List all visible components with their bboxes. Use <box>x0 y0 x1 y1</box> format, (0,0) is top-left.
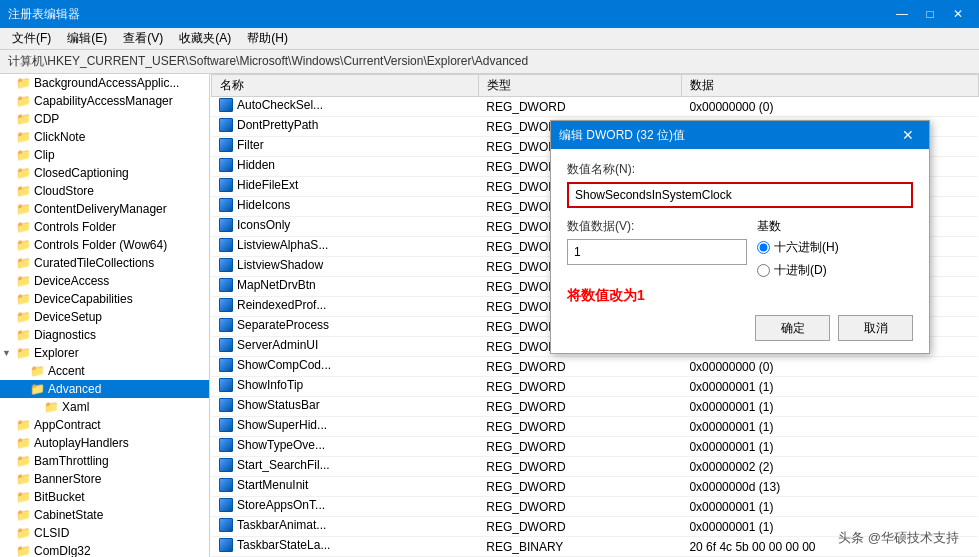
reg-icon-img <box>219 98 233 112</box>
tree-item-bitbucket[interactable]: 📁 BitBucket <box>0 488 209 506</box>
tree-item-clip[interactable]: 📁 Clip <box>0 146 209 164</box>
reg-icon-img <box>219 198 233 212</box>
dec-radio-text: 十进制(D) <box>774 262 827 279</box>
reg-icon-img <box>219 398 233 412</box>
table-row[interactable]: ShowSuperHid... REG_DWORD 0x00000001 (1) <box>211 417 978 437</box>
tree-label: BamThrottling <box>34 454 109 468</box>
reg-name-cell: StartMenuInit <box>211 477 478 497</box>
name-input[interactable] <box>567 182 913 208</box>
reg-entry-icon: IconsOnly <box>219 218 290 232</box>
table-row[interactable]: ShowTypeOve... REG_DWORD 0x00000001 (1) <box>211 437 978 457</box>
reg-entry-icon: ReindexedProf... <box>219 298 326 312</box>
tree-item-cabinetstate[interactable]: 📁 CabinetState <box>0 506 209 524</box>
menu-edit[interactable]: 编辑(E) <box>59 28 115 49</box>
tree-item-comdlg32[interactable]: 📁 ComDlg32 <box>0 542 209 557</box>
folder-icon: 📁 <box>16 274 31 288</box>
hex-radio[interactable] <box>757 241 770 254</box>
tree-item-deviceaccess[interactable]: 📁 DeviceAccess <box>0 272 209 290</box>
reg-name-cell: Hidden <box>211 157 478 177</box>
tree-label: BackgroundAccessApplic... <box>34 76 179 90</box>
dialog-title-text: 编辑 DWORD (32 位)值 <box>559 127 685 144</box>
close-button[interactable]: ✕ <box>945 4 971 24</box>
tree-item-capabilityaccessmanager[interactable]: 📁 CapabilityAccessManager <box>0 92 209 110</box>
folder-icon: 📁 <box>16 256 31 270</box>
folder-icon: 📁 <box>16 544 31 557</box>
tree-label: ClosedCaptioning <box>34 166 129 180</box>
table-row[interactable]: ShowStatusBar REG_DWORD 0x00000001 (1) <box>211 397 978 417</box>
edit-dword-dialog[interactable]: 编辑 DWORD (32 位)值 ✕ 数值名称(N): 数值数据(V): 基数 … <box>550 120 930 354</box>
tree-item-contentdeliverymanager[interactable]: 📁 ContentDeliveryManager <box>0 200 209 218</box>
tree-item-xaml[interactable]: 📁 Xaml <box>0 398 209 416</box>
address-text: 计算机\HKEY_CURRENT_USER\Software\Microsoft… <box>8 53 528 70</box>
col-header-type: 类型 <box>478 75 681 97</box>
tree-item-controls-folder-wow64[interactable]: 📁 Controls Folder (Wow64) <box>0 236 209 254</box>
table-row[interactable]: AutoCheckSel... REG_DWORD 0x00000000 (0) <box>211 97 978 117</box>
dec-radio-label[interactable]: 十进制(D) <box>757 262 839 279</box>
dialog-close-button[interactable]: ✕ <box>895 125 921 145</box>
cancel-button[interactable]: 取消 <box>838 315 913 341</box>
ok-button[interactable]: 确定 <box>755 315 830 341</box>
reg-name-cell: Filter <box>211 137 478 157</box>
address-bar: 计算机\HKEY_CURRENT_USER\Software\Microsoft… <box>0 50 979 74</box>
folder-icon: 📁 <box>16 310 31 324</box>
menu-favorites[interactable]: 收藏夹(A) <box>171 28 239 49</box>
tree-label: Clip <box>34 148 55 162</box>
tree-item-accent[interactable]: 📁 Accent <box>0 362 209 380</box>
dec-radio[interactable] <box>757 264 770 277</box>
reg-icon-img <box>219 178 233 192</box>
tree-item-clsid[interactable]: 📁 CLSID <box>0 524 209 542</box>
value-input[interactable] <box>567 239 747 265</box>
reg-data-cell: 0x00000002 (2) <box>681 457 978 477</box>
hex-radio-label[interactable]: 十六进制(H) <box>757 239 839 256</box>
tree-item-clicknote[interactable]: 📁 ClickNote <box>0 128 209 146</box>
tree-item-bannerstore[interactable]: 📁 BannerStore <box>0 470 209 488</box>
reg-type-cell: REG_DWORD <box>478 477 681 497</box>
reg-name-cell: HideIcons <box>211 197 478 217</box>
tree-item-appcontract[interactable]: 📁 AppContract <box>0 416 209 434</box>
tree-item-cloudstore[interactable]: 📁 CloudStore <box>0 182 209 200</box>
tree-item-closedcaptioning[interactable]: 📁 ClosedCaptioning <box>0 164 209 182</box>
tree-item-explorer[interactable]: ▼ 📁 Explorer <box>0 344 209 362</box>
folder-icon: 📁 <box>16 220 31 234</box>
tree-item-advanced[interactable]: 📁 Advanced <box>0 380 209 398</box>
reg-name-cell: ShowCompCod... <box>211 357 478 377</box>
tree-label: ComDlg32 <box>34 544 91 557</box>
tree-item-devicesetup[interactable]: 📁 DeviceSetup <box>0 308 209 326</box>
tree-label: CLSID <box>34 526 69 540</box>
menu-help[interactable]: 帮助(H) <box>239 28 296 49</box>
folder-icon: 📁 <box>16 130 31 144</box>
tree-item-cdp[interactable]: 📁 CDP <box>0 110 209 128</box>
table-row[interactable]: StoreAppsOnT... REG_DWORD 0x00000001 (1) <box>211 497 978 517</box>
reg-name-cell: SeparateProcess <box>211 317 478 337</box>
table-row[interactable]: Start_SearchFil... REG_DWORD 0x00000002 … <box>211 457 978 477</box>
tree-panel: 📁 BackgroundAccessApplic... 📁 Capability… <box>0 74 210 557</box>
reg-name-cell: HideFileExt <box>211 177 478 197</box>
value-section: 数值数据(V): <box>567 218 747 265</box>
minimize-button[interactable]: — <box>889 4 915 24</box>
tree-item-autoplayhandlers[interactable]: 📁 AutoplayHandlers <box>0 434 209 452</box>
table-row[interactable]: StartMenuInit REG_DWORD 0x0000000d (13) <box>211 477 978 497</box>
reg-data-cell: 0x0000000d (13) <box>681 477 978 497</box>
radio-group: 十六进制(H) 十进制(D) <box>757 239 839 279</box>
reg-name-cell: MapNetDrvBtn <box>211 277 478 297</box>
menu-file[interactable]: 文件(F) <box>4 28 59 49</box>
maximize-button[interactable]: □ <box>917 4 943 24</box>
tree-item-bamthrottling[interactable]: 📁 BamThrottling <box>0 452 209 470</box>
col-header-data: 数据 <box>681 75 978 97</box>
folder-icon: 📁 <box>30 364 45 378</box>
menu-view[interactable]: 查看(V) <box>115 28 171 49</box>
reg-entry-icon: ShowTypeOve... <box>219 438 325 452</box>
folder-icon: 📁 <box>44 400 59 414</box>
reg-entry-icon: SeparateProcess <box>219 318 329 332</box>
folder-icon: 📁 <box>16 292 31 306</box>
tree-item-curatedtilecollections[interactable]: 📁 CuratedTileCollections <box>0 254 209 272</box>
folder-icon: 📁 <box>16 346 31 360</box>
tree-item-backgroundaccessapplic[interactable]: 📁 BackgroundAccessApplic... <box>0 74 209 92</box>
folder-icon: 📁 <box>16 94 31 108</box>
tree-item-diagnostics[interactable]: 📁 Diagnostics <box>0 326 209 344</box>
tree-label: DeviceCapabilities <box>34 292 133 306</box>
table-row[interactable]: ShowInfoTip REG_DWORD 0x00000001 (1) <box>211 377 978 397</box>
tree-item-devicecapabilities[interactable]: 📁 DeviceCapabilities <box>0 290 209 308</box>
table-row[interactable]: ShowCompCod... REG_DWORD 0x00000000 (0) <box>211 357 978 377</box>
tree-item-controls-folder[interactable]: 📁 Controls Folder <box>0 218 209 236</box>
